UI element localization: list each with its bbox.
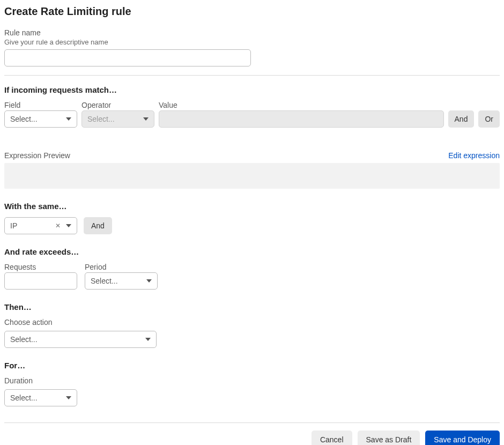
caret-down-icon — [66, 223, 71, 228]
clear-icon[interactable]: ✕ — [54, 222, 62, 229]
period-select[interactable]: Select... — [85, 272, 158, 290]
value-label: Value — [159, 101, 444, 109]
divider — [4, 75, 500, 76]
match-section-title: If incoming requests match… — [4, 85, 500, 94]
duration-select[interactable]: Select... — [4, 389, 77, 406]
caret-down-icon — [143, 116, 149, 122]
period-select-placeholder: Select... — [91, 277, 142, 285]
field-select[interactable]: Select... — [4, 110, 77, 128]
caret-down-icon — [66, 116, 71, 122]
caret-down-icon — [145, 337, 151, 342]
operator-label: Operator — [81, 101, 154, 109]
duration-select-placeholder: Select... — [10, 394, 62, 402]
requests-label: Requests — [4, 263, 77, 271]
rate-section-title: And rate exceeds… — [4, 247, 500, 256]
action-label: Choose action — [4, 318, 500, 327]
operator-select-placeholder: Select... — [87, 115, 139, 123]
caret-down-icon — [66, 395, 71, 400]
save-draft-button[interactable]: Save as Draft — [358, 431, 420, 445]
then-section-title: Then… — [4, 302, 500, 312]
action-select[interactable]: Select... — [4, 331, 157, 348]
footer-actions: Cancel Save as Draft Save and Deploy — [4, 431, 500, 445]
same-section-title: With the same… — [4, 202, 500, 211]
for-section-title: For… — [4, 361, 500, 370]
and-button[interactable]: And — [448, 110, 475, 128]
save-deploy-button[interactable]: Save and Deploy — [425, 431, 500, 445]
value-input[interactable] — [159, 110, 444, 128]
rule-name-block: Rule name Give your rule a descriptive n… — [4, 28, 500, 66]
expression-preview-box — [4, 163, 500, 189]
field-label: Field — [4, 101, 77, 109]
cancel-button[interactable]: Cancel — [312, 431, 352, 445]
match-row: Field Select... Operator Select... Value… — [4, 101, 500, 128]
same-characteristic-value: IP — [10, 221, 50, 230]
or-button[interactable]: Or — [478, 110, 500, 128]
duration-label: Duration — [4, 376, 500, 385]
rule-name-input[interactable] — [4, 49, 251, 66]
page-title: Create Rate Limiting rule — [4, 5, 500, 18]
caret-down-icon — [146, 278, 152, 284]
edit-expression-link[interactable]: Edit expression — [448, 151, 500, 160]
same-characteristic-select[interactable]: IP ✕ — [4, 217, 77, 234]
expression-preview-label: Expression Preview — [4, 151, 70, 160]
divider — [4, 422, 500, 423]
requests-input[interactable] — [4, 272, 77, 290]
period-label: Period — [85, 263, 158, 271]
rule-name-label: Rule name — [4, 28, 500, 37]
action-select-placeholder: Select... — [10, 335, 141, 344]
operator-select[interactable]: Select... — [81, 110, 154, 128]
rule-name-sublabel: Give your rule a descriptive name — [4, 38, 500, 46]
same-and-button[interactable]: And — [84, 217, 112, 234]
field-select-placeholder: Select... — [10, 115, 62, 123]
